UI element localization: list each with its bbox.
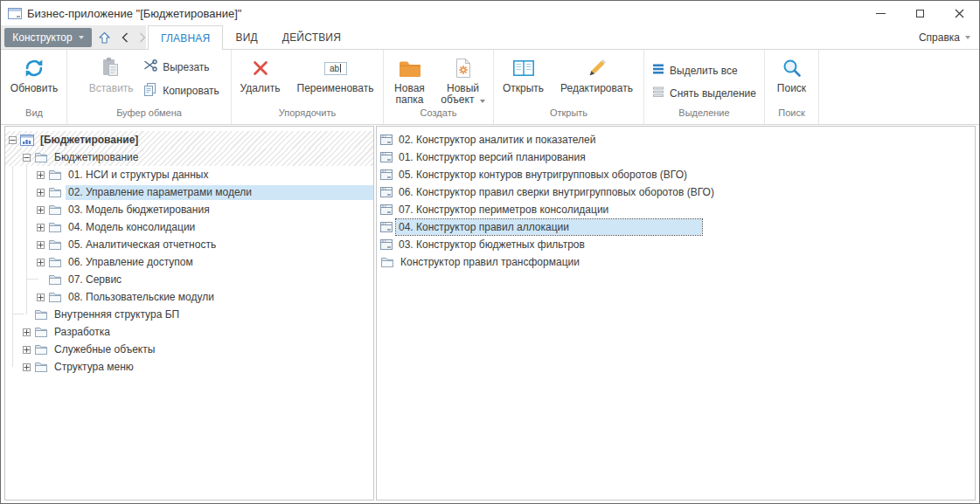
- button-label: Новый объект: [441, 82, 479, 106]
- tree-item[interactable]: 01. НСИ и структуры данных: [5, 166, 373, 183]
- content-area: [Бюджетирование]Бюджетирование01. НСИ и …: [1, 125, 979, 503]
- tree-item[interactable]: 05. Аналитическая отчетность: [5, 236, 373, 253]
- tree-item[interactable]: 07. Сервис: [5, 271, 373, 288]
- ribbon-group-clipboard: Вставить Вырезать Копировать: [67, 50, 232, 124]
- new-object-icon: [455, 54, 472, 82]
- titlebar: Бизнес-приложение "[Бюджетирование]": [1, 1, 979, 25]
- select-all-icon: [652, 63, 664, 78]
- button-label: Копировать: [163, 85, 219, 97]
- tree-item[interactable]: 08. Пользовательские модули: [5, 288, 373, 306]
- button-label: Открыть: [503, 83, 544, 94]
- edit-pencil-icon: [587, 54, 608, 82]
- expand-expander-icon[interactable]: [37, 189, 45, 197]
- form-icon: [380, 239, 393, 250]
- tree-item-label: 04. Модель консолидации: [66, 220, 198, 235]
- form-icon: [380, 204, 393, 215]
- button-label: Переименовать: [297, 83, 374, 94]
- new-folder-button[interactable]: Новая папка: [386, 52, 434, 106]
- folder-icon: [48, 257, 62, 268]
- list-item[interactable]: 07. Конструктор периметров консолидации: [377, 201, 975, 218]
- maximize-button[interactable]: [900, 1, 940, 25]
- ribbon: Обновить Вид Вставить Вы: [1, 50, 979, 125]
- collapse-expander-icon[interactable]: [23, 154, 31, 162]
- help-label: Справка: [919, 31, 960, 44]
- folder-icon: [34, 362, 48, 373]
- tab-glavnaya[interactable]: ГЛАВНАЯ: [148, 25, 223, 50]
- folder-icon: [48, 169, 62, 181]
- list-item[interactable]: 04. Конструктор правил аллокации: [377, 218, 975, 236]
- tree-item[interactable]: Служебные объекты: [5, 341, 373, 358]
- tree-item[interactable]: 03. Модель бюджетирования: [5, 201, 373, 218]
- tree-item[interactable]: 04. Модель консолидации: [5, 218, 373, 236]
- tree-item[interactable]: 02. Управление параметрами модели: [5, 183, 373, 201]
- ribbon-group-open: Открыть Редактировать Открыть: [494, 50, 644, 124]
- refresh-button[interactable]: Обновить: [3, 52, 66, 94]
- tree-item-label: Структура меню: [52, 360, 136, 375]
- expand-expander-icon[interactable]: [37, 259, 45, 266]
- chevron-down-icon: [79, 36, 84, 39]
- tree-item[interactable]: 06. Управление доступом: [5, 253, 373, 271]
- button-label: Новая папка: [386, 83, 434, 106]
- list-item[interactable]: 02. Конструктор аналитик и показателей: [377, 131, 975, 148]
- search-button[interactable]: Поиск: [767, 52, 817, 94]
- expand-expander-icon[interactable]: [37, 171, 45, 179]
- ribbon-group-selection: Выделить все Снять выделение Выделение: [644, 50, 765, 124]
- app-menu-button[interactable]: Конструктор: [4, 28, 92, 47]
- expand-expander-icon[interactable]: [23, 363, 31, 371]
- back-icon[interactable]: [117, 30, 133, 45]
- edit-button[interactable]: Редактировать: [552, 52, 643, 94]
- expand-expander-icon[interactable]: [23, 346, 31, 354]
- expand-expander-icon[interactable]: [37, 241, 45, 249]
- expand-expander-icon[interactable]: [23, 328, 31, 336]
- rename-button[interactable]: ab Переименовать: [288, 52, 383, 94]
- delete-button[interactable]: Удалить: [233, 52, 288, 94]
- select-all-button[interactable]: Выделить все: [652, 63, 756, 78]
- list-item[interactable]: 05. Конструктор контуров внутригрупповых…: [377, 166, 975, 183]
- tab-deystviya[interactable]: ДЕЙСТВИЯ: [270, 25, 353, 50]
- clear-selection-button[interactable]: Снять выделение: [652, 86, 756, 100]
- ribbon-group-label: Вид: [2, 107, 66, 122]
- list-item[interactable]: 03. Конструктор бюджетных фильтров: [377, 236, 975, 253]
- paste-button: Вставить: [79, 52, 143, 94]
- minimize-button[interactable]: [861, 1, 900, 25]
- tree-item-label: 01. НСИ и структуры данных: [66, 168, 211, 183]
- copy-button[interactable]: Копировать: [143, 82, 219, 99]
- tree-item[interactable]: Разработка: [5, 323, 373, 341]
- chevron-down-icon[interactable]: [480, 100, 485, 103]
- tree-item-label: 06. Управление доступом: [66, 255, 196, 270]
- expand-expander-icon[interactable]: [37, 293, 45, 301]
- list-item-label: 07. Конструктор периметров консолидации: [396, 202, 611, 217]
- tab-vid[interactable]: ВИД: [223, 25, 269, 50]
- open-button[interactable]: Открыть: [496, 52, 552, 94]
- new-object-button[interactable]: Новый объект: [434, 52, 492, 106]
- close-button[interactable]: [940, 1, 979, 25]
- list-item-label: 03. Конструктор бюджетных фильтров: [396, 237, 587, 252]
- ribbon-group-arrange: Удалить ab Переименовать Упорядочить: [232, 50, 384, 124]
- list-item-label: 04. Конструктор правил аллокации: [396, 219, 702, 235]
- tree-item[interactable]: [Бюджетирование]: [5, 131, 373, 148]
- refresh-icon: [23, 54, 45, 82]
- tree-item[interactable]: Структура меню: [5, 358, 373, 376]
- ribbon-group-view: Обновить Вид: [2, 50, 67, 124]
- tree-item-label: 03. Модель бюджетирования: [66, 203, 212, 217]
- ribbon-tab-row: Конструктор ГЛАВНАЯ ВИД ДЕЙСТВИЯ Справка: [1, 25, 979, 50]
- up-icon[interactable]: [96, 30, 112, 45]
- list-item[interactable]: 01. Конструктор версий планирования: [377, 148, 975, 166]
- cut-button[interactable]: Вырезать: [143, 59, 219, 75]
- tree-item[interactable]: Бюджетирование: [5, 148, 373, 166]
- folder-icon: [48, 204, 62, 216]
- tree-item-label: Внутренняя структура БП: [52, 307, 182, 322]
- expand-expander-icon[interactable]: [37, 224, 45, 231]
- form-icon: [380, 169, 393, 180]
- delete-icon: [252, 54, 269, 82]
- list-item[interactable]: 06. Конструктор правил сверки внутригруп…: [377, 183, 975, 201]
- list-item[interactable]: Конструктор правил трансформации: [377, 253, 975, 271]
- tree-item-label: 02. Управление параметрами модели: [66, 185, 373, 200]
- open-book-icon: [512, 54, 535, 82]
- collapse-expander-icon[interactable]: [9, 136, 17, 144]
- expand-expander-icon[interactable]: [37, 206, 45, 214]
- help-button[interactable]: Справка: [919, 25, 970, 49]
- copy-icon: [143, 82, 157, 99]
- tree-item[interactable]: Внутренняя структура БП: [5, 306, 373, 323]
- tree-item-label: [Бюджетирование]: [38, 133, 141, 148]
